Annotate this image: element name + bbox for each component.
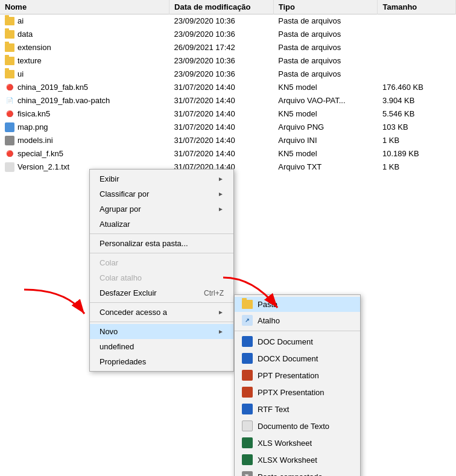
ctx-item-label: Propriedades	[100, 357, 146, 366]
table-row: texture 23/09/2020 10:36 Pasta de arquiv…	[0, 54, 456, 68]
file-size-cell: 5.546 KB	[378, 107, 456, 121]
folder-icon	[5, 57, 14, 65]
submenu-item-label: PPT Presentation	[258, 371, 319, 380]
file-name-cell[interactable]: texture	[0, 54, 169, 68]
file-type-cell: Pasta de arquivos	[273, 14, 378, 28]
file-type-cell: Arquivo VAO-PAT...	[273, 94, 378, 107]
file-type-cell: Pasta de arquivos	[273, 68, 378, 81]
ctx-item-label: Agrupar por	[100, 205, 141, 214]
file-name-label: china_2019_fab.kn5	[17, 83, 88, 92]
context-menu-item[interactable]: Atualizar	[90, 217, 233, 232]
submenu-item[interactable]: XLS Worksheet	[235, 434, 360, 451]
submenu-item-label: PPTX Presentation	[258, 388, 325, 397]
submenu-item[interactable]: XLSX Worksheet	[235, 451, 360, 468]
file-name-label: extension	[17, 43, 51, 52]
file-name-cell[interactable]: extension	[0, 41, 169, 54]
file-name-cell[interactable]: ai	[0, 14, 169, 28]
folder-icon	[5, 30, 14, 39]
table-row: 🔴 fisica.kn5 31/07/2020 14:40 KN5 model …	[0, 107, 456, 121]
file-name-cell[interactable]: models.ini	[0, 134, 169, 147]
submenu-item[interactable]: DOCX Document	[235, 350, 360, 367]
file-size-cell	[378, 68, 456, 81]
submenu-item[interactable]: DOC Document	[235, 333, 360, 350]
context-menu-separator	[90, 302, 233, 303]
ctx-item-label: Exibir	[100, 174, 119, 183]
submenu-item-label: DOCX Document	[258, 354, 318, 363]
table-row: 🔴 china_2019_fab.kn5 31/07/2020 14:40 KN…	[0, 81, 456, 94]
file-date-cell: 31/07/2020 14:40	[169, 107, 274, 121]
file-size-cell: 3.904 KB	[378, 94, 456, 107]
col-size[interactable]: Tamanho	[378, 0, 456, 14]
table-row: extension 26/09/2021 17:42 Pasta de arqu…	[0, 41, 456, 54]
file-explorer-table: Nome Data de modificação Tipo Tamanho ai…	[0, 0, 456, 174]
submenu-xls-icon	[242, 437, 253, 448]
context-menu-item[interactable]: Conceder acesso a►	[90, 305, 233, 320]
file-date-cell: 31/07/2020 14:40	[169, 81, 274, 94]
submenu-item[interactable]: 🗜Pasta compactada	[235, 468, 360, 476]
submenu-item[interactable]: Documento de Texto	[235, 417, 360, 434]
png-icon	[5, 122, 14, 132]
file-name-cell[interactable]: ui	[0, 68, 169, 81]
file-type-cell: Arquivo PNG	[273, 121, 378, 134]
submenu-xlsx-icon	[242, 454, 253, 465]
file-name-label: ai	[17, 16, 24, 25]
file-name-cell[interactable]: 📄 china_2019_fab.vao-patch	[0, 94, 169, 107]
ctx-item-label: Conceder acesso a	[100, 308, 167, 317]
file-name-label: fisica.kn5	[17, 109, 50, 118]
file-name-cell[interactable]: 🔴 china_2019_fab.kn5	[0, 81, 169, 94]
context-menu-item[interactable]: Novo►	[90, 324, 233, 339]
context-menu-item[interactable]: Classificar por►	[90, 186, 233, 202]
file-name-label: special_f.kn5	[17, 149, 63, 158]
kn5-icon: 🔴	[5, 109, 14, 119]
submenu-item[interactable]: RTF Text	[235, 401, 360, 417]
submenu-pptx-icon	[242, 387, 253, 398]
file-name-cell[interactable]: 🔴 fisica.kn5	[0, 107, 169, 121]
col-type[interactable]: Tipo	[273, 0, 378, 14]
ctx-item-arrow: ►	[218, 206, 224, 212]
context-menu-item[interactable]: Desfazer ExcluirCtrl+Z	[90, 285, 233, 300]
kn5-icon: 🔴	[5, 149, 14, 159]
table-row: 🔴 special_f.kn5 31/07/2020 14:40 KN5 mod…	[0, 147, 456, 160]
file-size-cell	[378, 28, 456, 41]
kn5-icon: 🔴	[5, 83, 14, 92]
context-menu-item[interactable]: Exibir►	[90, 171, 233, 186]
folder-icon	[5, 17, 14, 25]
context-menu-item[interactable]: undefined	[90, 339, 233, 354]
ctx-item-label: Novo	[100, 327, 118, 336]
file-type-cell: KN5 model	[273, 147, 378, 160]
table-row: ui 23/09/2020 10:36 Pasta de arquivos	[0, 68, 456, 81]
context-menu-item[interactable]: Propriedades	[90, 354, 233, 369]
submenu-item[interactable]: PPT Presentation	[235, 367, 360, 384]
table-row: models.ini 31/07/2020 14:40 Arquivo INI …	[0, 134, 456, 147]
file-type-cell: KN5 model	[273, 107, 378, 121]
file-name-cell[interactable]: map.png	[0, 121, 169, 134]
file-name-label: texture	[17, 56, 42, 65]
folder-icon	[5, 70, 14, 78]
table-header-row: Nome Data de modificação Tipo Tamanho	[0, 0, 456, 14]
context-menu-item[interactable]: Colar	[90, 255, 233, 270]
col-name[interactable]: Nome	[0, 0, 169, 14]
col-date[interactable]: Data de modificação	[169, 0, 274, 14]
ctx-item-arrow: ►	[218, 176, 224, 182]
file-name-label: ui	[17, 69, 24, 78]
ctx-item-label: Personalizar esta pasta...	[100, 239, 188, 248]
submenu-docx-icon	[242, 353, 253, 364]
file-name-cell[interactable]: 🔴 special_f.kn5	[0, 147, 169, 160]
submenu-ppt-icon	[242, 370, 253, 381]
ctx-item-arrow: ►	[218, 328, 224, 335]
context-menu-item[interactable]: Colar atalho	[90, 270, 233, 285]
submenu-item-label: Documento de Texto	[258, 422, 329, 431]
file-size-cell: 10.189 KB	[378, 147, 456, 160]
file-date-cell: 23/09/2020 10:36	[169, 68, 274, 81]
context-menu-item[interactable]: Personalizar esta pasta...	[90, 236, 233, 251]
submenu-item[interactable]: PPTX Presentation	[235, 384, 360, 401]
context-menu-item[interactable]: Agrupar por►	[90, 202, 233, 217]
file-type-cell: Pasta de arquivos	[273, 41, 378, 54]
file-name-cell[interactable]: data	[0, 28, 169, 41]
submenu-item-label: Pasta compactada	[258, 472, 323, 477]
ctx-item-label: Classificar por	[100, 189, 149, 198]
submenu-item-label: RTF Text	[258, 405, 289, 414]
file-date-cell: 31/07/2020 14:40	[169, 94, 274, 107]
ctx-item-arrow: ►	[218, 191, 224, 197]
submenu-item-label: DOC Document	[258, 337, 313, 346]
